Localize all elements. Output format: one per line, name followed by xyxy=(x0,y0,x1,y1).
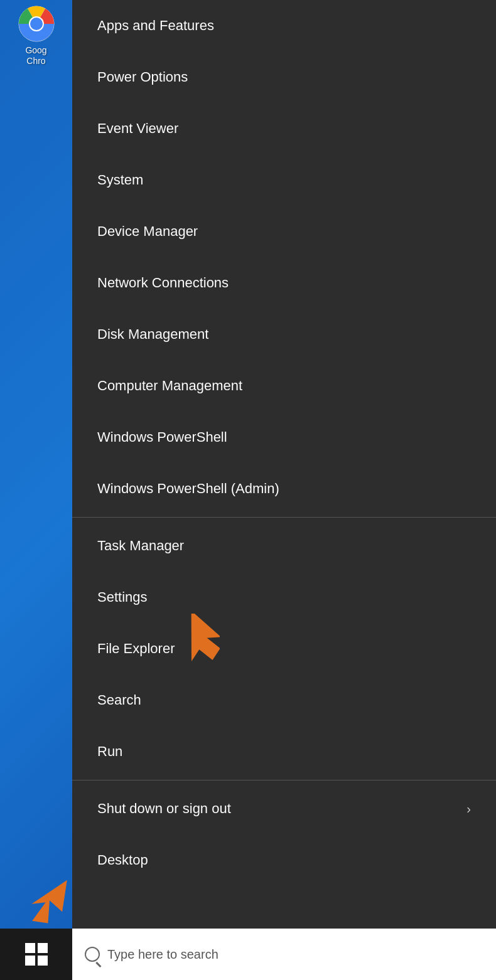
menu-item-label-windows-powershell: Windows PowerShell xyxy=(97,429,227,445)
menu-item-computer-management[interactable]: Computer Management xyxy=(72,360,496,412)
chrome-icon-area: Goog Chro xyxy=(0,0,72,72)
menu-item-desktop[interactable]: Desktop xyxy=(72,834,496,886)
menu-item-task-manager[interactable]: Task Manager xyxy=(72,520,496,572)
menu-item-label-file-explorer: File Explorer xyxy=(97,641,175,657)
menu-item-label-run: Run xyxy=(97,743,122,760)
search-icon xyxy=(85,947,100,962)
menu-item-label-windows-powershell-admin: Windows PowerShell (Admin) xyxy=(97,481,279,497)
menu-item-label-settings: Settings xyxy=(97,589,148,605)
menu-item-label-device-manager: Device Manager xyxy=(97,223,198,240)
menu-divider-after-windows-powershell-admin xyxy=(72,517,496,518)
menu-item-label-shut-down-or-sign-out: Shut down or sign out xyxy=(97,801,231,817)
svg-rect-5 xyxy=(25,943,35,953)
menu-item-label-power-options: Power Options xyxy=(97,69,188,85)
menu-item-label-network-connections: Network Connections xyxy=(97,275,229,291)
context-menu: Apps and FeaturesPower OptionsEvent View… xyxy=(72,0,496,929)
menu-item-label-disk-management: Disk Management xyxy=(97,326,208,343)
menu-item-label-desktop: Desktop xyxy=(97,852,148,868)
menu-item-power-options[interactable]: Power Options xyxy=(72,51,496,103)
chrome-logo-icon xyxy=(18,5,55,43)
menu-item-disk-management[interactable]: Disk Management xyxy=(72,309,496,360)
svg-point-2 xyxy=(30,18,43,30)
menu-item-network-connections[interactable]: Network Connections xyxy=(72,257,496,309)
menu-item-file-explorer[interactable]: File Explorer xyxy=(72,623,496,674)
menu-divider-after-run xyxy=(72,780,496,780)
svg-rect-8 xyxy=(38,956,48,966)
menu-item-label-search: Search xyxy=(97,692,141,708)
chrome-label: Goog Chro xyxy=(25,45,46,67)
menu-item-system[interactable]: System xyxy=(72,154,496,206)
taskbar: Type here to search xyxy=(0,929,496,980)
taskbar-search-bar[interactable]: Type here to search xyxy=(72,929,496,980)
menu-item-label-computer-management: Computer Management xyxy=(97,378,242,394)
windows-logo-icon xyxy=(25,943,48,966)
menu-item-shut-down-or-sign-out[interactable]: Shut down or sign out› xyxy=(72,783,496,834)
svg-rect-7 xyxy=(25,956,35,966)
menu-item-label-event-viewer: Event Viewer xyxy=(97,120,178,137)
menu-item-apps-and-features[interactable]: Apps and Features xyxy=(72,0,496,51)
menu-item-run[interactable]: Run xyxy=(72,726,496,777)
search-placeholder-text: Type here to search xyxy=(107,947,218,962)
menu-item-arrow-shut-down-or-sign-out: › xyxy=(466,802,471,816)
menu-item-windows-powershell[interactable]: Windows PowerShell xyxy=(72,412,496,463)
menu-item-windows-powershell-admin[interactable]: Windows PowerShell (Admin) xyxy=(72,463,496,514)
start-button[interactable] xyxy=(0,929,72,980)
menu-item-label-system: System xyxy=(97,172,143,188)
menu-item-label-apps-and-features: Apps and Features xyxy=(97,18,214,34)
menu-item-label-task-manager: Task Manager xyxy=(97,538,184,554)
menu-item-event-viewer[interactable]: Event Viewer xyxy=(72,103,496,154)
menu-item-search[interactable]: Search xyxy=(72,674,496,726)
menu-item-device-manager[interactable]: Device Manager xyxy=(72,206,496,257)
svg-rect-6 xyxy=(38,943,48,953)
menu-item-settings[interactable]: Settings xyxy=(72,572,496,623)
